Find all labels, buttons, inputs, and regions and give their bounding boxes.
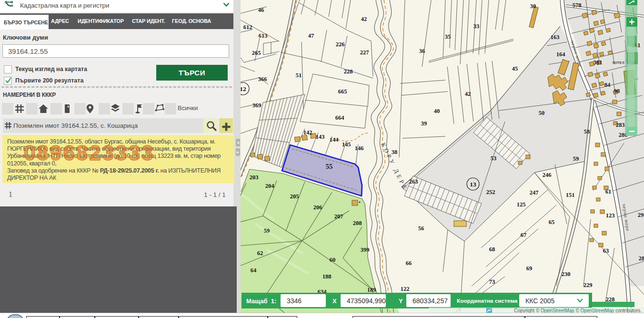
svg-text:73: 73 [489,278,495,285]
svg-text:265: 265 [252,50,261,56]
svg-text:188: 188 [322,273,332,280]
svg-text:45: 45 [512,65,518,72]
svg-text:59: 59 [264,227,270,234]
svg-text:227: 227 [360,49,369,56]
svg-text:60: 60 [330,256,336,263]
svg-text:68: 68 [489,246,495,253]
svg-text:53: 53 [491,155,497,162]
svg-text:665: 665 [338,88,347,95]
svg-text:39: 39 [421,120,427,127]
svg-text:189: 189 [367,287,376,293]
svg-text:151: 151 [566,192,575,198]
svg-text:206: 206 [313,204,322,211]
svg-text:381: 381 [594,59,603,66]
svg-text:56: 56 [418,225,424,232]
svg-text:226: 226 [336,41,345,48]
svg-text:145: 145 [342,141,351,148]
svg-text:55: 55 [326,163,333,170]
svg-text:399: 399 [361,246,370,253]
svg-text:204: 204 [265,183,275,189]
svg-text:67: 67 [521,232,527,238]
svg-text:228: 228 [344,68,353,75]
svg-text:36: 36 [419,48,425,54]
svg-text:229: 229 [584,282,593,288]
svg-text:612: 612 [243,24,252,31]
svg-text:64: 64 [251,267,257,274]
svg-text:61: 61 [605,188,612,195]
svg-text:46: 46 [258,7,264,13]
svg-text:30: 30 [530,3,536,10]
svg-text:246: 246 [543,172,552,178]
svg-text:51: 51 [296,72,302,79]
svg-text:84: 84 [604,82,611,88]
svg-text:40: 40 [434,108,440,114]
svg-text:144: 144 [330,136,339,143]
svg-text:578: 578 [573,2,582,9]
svg-text:59: 59 [573,155,579,162]
svg-text:205: 205 [290,193,299,200]
svg-text:42: 42 [465,91,471,97]
svg-text:252: 252 [486,189,495,195]
svg-text:123: 123 [606,212,615,219]
svg-text:613: 613 [259,32,268,39]
svg-text:122: 122 [401,286,410,292]
svg-text:143: 143 [316,133,325,140]
svg-text:28: 28 [639,255,644,262]
svg-text:125: 125 [517,201,526,208]
svg-text:146: 146 [355,145,364,152]
svg-text:66: 66 [406,260,412,267]
svg-text:164: 164 [556,51,566,58]
svg-text:142: 142 [303,129,312,136]
svg-text:33: 33 [473,23,480,30]
svg-text:50: 50 [539,110,545,116]
svg-text:58: 58 [584,128,590,135]
svg-text:230: 230 [562,271,571,277]
svg-text:208: 208 [353,220,362,226]
svg-text:366: 366 [258,76,267,82]
svg-text:98: 98 [614,88,620,94]
svg-text:42: 42 [361,16,367,22]
svg-text:29: 29 [638,212,644,218]
svg-text:664: 664 [335,114,345,121]
svg-text:35: 35 [445,33,451,40]
svg-text:247: 247 [530,189,539,196]
svg-text:263: 263 [409,178,418,185]
svg-text:163: 163 [551,34,560,41]
svg-text:207: 207 [334,213,343,220]
svg-text:369: 369 [252,102,262,109]
svg-text:62: 62 [257,250,263,256]
svg-text:203: 203 [250,174,259,181]
svg-text:12: 12 [241,85,246,92]
svg-text:63: 63 [603,247,609,254]
svg-text:283: 283 [616,122,625,128]
svg-text:47: 47 [308,32,314,39]
svg-text:65: 65 [549,219,555,226]
svg-text:13: 13 [470,181,476,188]
svg-text:69: 69 [526,265,533,272]
